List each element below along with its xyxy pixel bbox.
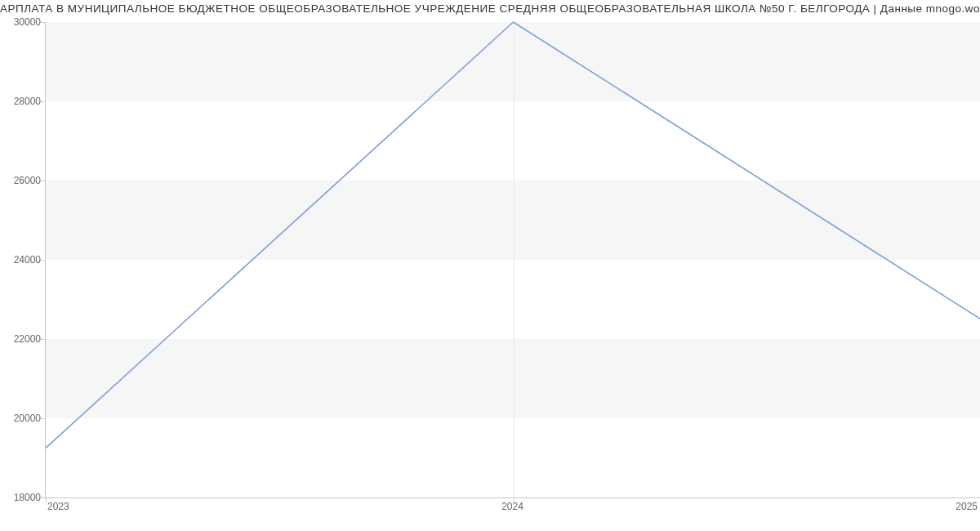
y-tick-label: 24000 (4, 254, 41, 266)
chart-container: АРПЛАТА В МУНИЦИПАЛЬНОЕ БЮДЖЕТНОЕ ОБЩЕОБ… (0, 0, 980, 531)
line-series-layer (46, 22, 980, 498)
plot-area (45, 22, 980, 498)
x-tick-mark (46, 498, 47, 502)
y-tick-label: 28000 (4, 96, 41, 107)
x-tick-label: 2025 (956, 501, 978, 512)
x-tick-label: 2024 (501, 501, 523, 512)
y-tick-label: 26000 (4, 175, 41, 186)
chart-title: АРПЛАТА В МУНИЦИПАЛЬНОЕ БЮДЖЕТНОЕ ОБЩЕОБ… (0, 2, 980, 15)
y-tick-label: 20000 (4, 413, 41, 424)
y-tick-label: 22000 (4, 333, 41, 345)
x-tick-label: 2023 (47, 501, 69, 512)
salary-series-line (46, 22, 980, 448)
y-tick-label: 18000 (4, 492, 41, 503)
y-tick-label: 30000 (4, 16, 41, 28)
